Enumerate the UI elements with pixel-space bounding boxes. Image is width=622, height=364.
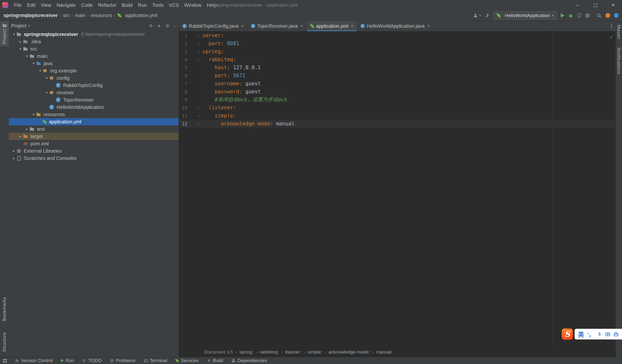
tree-item-helloworldapplication[interactable]: C HelloWorldApplication (9, 103, 179, 111)
ime-toolbar[interactable]: S 英 ’， (562, 328, 622, 340)
code-line[interactable]: 1 ▾ server: (179, 32, 616, 39)
code-with-me-icon[interactable] (614, 13, 619, 18)
code-line[interactable]: 3 ▾ spring: (179, 48, 616, 56)
code-line[interactable]: 6 port: 5672 (179, 72, 616, 80)
tab-rabbittopicconfig[interactable]: C RabbitTopicConfig.java × (179, 21, 248, 31)
breadcrumb-listener[interactable]: listener: (285, 349, 302, 355)
collapse-icon[interactable]: ▾ (31, 61, 36, 66)
breadcrumb-file[interactable]: application.yml (125, 13, 157, 18)
menu-build[interactable]: Build (119, 0, 135, 10)
breadcrumb-resources[interactable]: resources (91, 13, 112, 18)
fold-end-icon[interactable]: ▴ (198, 122, 200, 125)
breadcrumb-acknowledge-mode[interactable]: acknowledge-mode: (329, 349, 370, 355)
code-line[interactable]: 9 #关闭自动ack，设置为手动ack (179, 96, 616, 104)
tree-item-idea[interactable]: ▸ .idea (9, 38, 179, 45)
collapse-icon[interactable]: ▾ (31, 112, 36, 117)
tree-item-project-root[interactable]: ▾ springrmqtopicreceiver E:\learn\spring… (9, 31, 179, 38)
menu-refactor[interactable]: Refactor (95, 0, 119, 10)
collapse-icon[interactable]: ▾ (44, 76, 49, 80)
debug-button[interactable] (568, 13, 573, 18)
menu-window[interactable]: Window (181, 0, 204, 10)
code-line[interactable]: 4 ▾ rabbitmq: (179, 56, 616, 64)
fold-end-icon[interactable]: ▴ (198, 42, 200, 45)
tree-item-resources[interactable]: ▾ resources (9, 111, 179, 118)
breadcrumb-rabbitmq[interactable]: rabbitmq: (259, 349, 279, 355)
tree-item-target[interactable]: ▸ target (9, 133, 179, 140)
tool-button-run[interactable]: Run (61, 358, 74, 363)
breadcrumb-src[interactable]: src (63, 13, 70, 18)
menu-file[interactable]: File (11, 0, 24, 10)
profiler-icon[interactable] (605, 13, 610, 18)
maximize-button[interactable]: □ (586, 0, 604, 10)
tab-application-yml[interactable]: application.yml × (307, 21, 357, 31)
code-line[interactable]: 8 password: guest (179, 88, 616, 96)
code-editor[interactable]: ✓ 1 ▾ server: 2 ▴ port: 8081 3 ▾ spring:… (179, 31, 616, 347)
tool-button-bookmarks[interactable]: Bookmarks (2, 297, 7, 321)
minimize-button[interactable]: – (569, 0, 586, 10)
tree-item-rabbittopicconfig[interactable]: C RabbitTopicConfig (9, 82, 179, 89)
select-opened-file-icon[interactable] (149, 24, 153, 28)
tool-button-notifications[interactable]: Notifications (616, 48, 622, 74)
tool-button-problems[interactable]: Problems (110, 358, 135, 363)
tree-item-src[interactable]: ▾ src (9, 45, 179, 53)
tree-item-external-libraries[interactable]: ▸ External Libraries (9, 147, 179, 154)
sogou-logo-icon[interactable]: S (562, 328, 573, 340)
tool-button-dependencies[interactable]: Dependencies (231, 358, 267, 363)
tree-item-receiver[interactable]: ▾ receiver (9, 89, 179, 96)
tool-button-project[interactable]: Project (0, 21, 9, 46)
fold-icon[interactable]: ▾ (198, 58, 200, 61)
settings-gear-icon[interactable] (165, 24, 170, 28)
menu-edit[interactable]: Edit (24, 0, 38, 10)
expand-icon[interactable]: ▸ (11, 156, 17, 160)
tool-button-build[interactable]: Build (207, 358, 223, 363)
menu-code[interactable]: Code (78, 0, 96, 10)
run-button[interactable] (561, 13, 564, 18)
ime-mic-icon[interactable] (597, 332, 602, 337)
ime-language-toggle[interactable]: 英 (578, 330, 584, 339)
tool-button-terminal[interactable]: Terminal (144, 358, 167, 363)
code-line[interactable]: 10 ▾ listener: (179, 104, 616, 112)
ime-toolbox-icon[interactable] (614, 332, 619, 337)
ime-punctuation-toggle[interactable]: ’， (587, 330, 594, 338)
inspections-ok-icon[interactable]: ✓ (610, 33, 613, 41)
fold-icon[interactable]: ▾ (198, 34, 200, 37)
expand-icon[interactable]: ▸ (18, 39, 23, 44)
profile-icon[interactable] (473, 13, 478, 18)
fold-icon[interactable]: ▾ (198, 106, 200, 109)
tree-item-main[interactable]: ▾ main (9, 53, 179, 60)
tree-item-java[interactable]: ▾ java (9, 60, 179, 67)
tab-options-icon[interactable] (611, 24, 612, 28)
code-line[interactable]: 11 ▾ simple: (179, 112, 616, 120)
close-tab-icon[interactable]: × (300, 23, 303, 29)
tree-item-test[interactable]: ▸ test (9, 125, 179, 133)
search-everywhere-icon[interactable] (597, 13, 602, 18)
tree-item-topicreceiver[interactable]: C TopicReceiver (9, 96, 179, 103)
run-config-selector[interactable]: HelloWorldApplication ▾ (493, 11, 557, 20)
breadcrumb-project[interactable]: springrmqtopicreceiver (3, 13, 58, 18)
tree-item-scratches[interactable]: ▸ Scratches and Consoles (9, 154, 179, 162)
close-tab-icon[interactable]: × (351, 23, 353, 29)
tool-button-version-control[interactable]: Version Control (15, 358, 53, 363)
ime-keyboard-icon[interactable] (605, 332, 610, 337)
expand-icon[interactable]: ▸ (18, 134, 23, 138)
collapse-icon[interactable]: ▾ (38, 69, 43, 73)
close-button[interactable]: × (604, 0, 622, 10)
stop-button[interactable] (585, 14, 589, 18)
collapse-icon[interactable]: ▾ (18, 47, 23, 51)
tree-item-pom-xml[interactable]: m pom.xml (9, 140, 179, 147)
code-line[interactable]: 2 ▴ port: 8081 (179, 39, 616, 48)
breadcrumb-main[interactable]: main (75, 13, 85, 18)
breadcrumb-manual[interactable]: manual (376, 349, 391, 355)
expand-icon[interactable]: ▸ (24, 127, 30, 131)
close-tab-icon[interactable]: × (427, 23, 430, 29)
breadcrumb-spring[interactable]: spring: (239, 349, 253, 355)
menu-view[interactable]: View (38, 0, 54, 10)
menu-vcs[interactable]: VCS (166, 0, 181, 10)
fold-icon[interactable]: ▾ (198, 50, 200, 53)
code-line[interactable]: 7 username: guest (179, 80, 616, 88)
breadcrumb-simple[interactable]: simple: (308, 349, 322, 355)
coverage-button[interactable] (577, 13, 582, 18)
tree-item-org-example[interactable]: ▾ org.example (9, 67, 179, 74)
collapse-icon[interactable]: ▾ (24, 54, 30, 58)
menu-navigate[interactable]: Navigate (54, 0, 78, 10)
